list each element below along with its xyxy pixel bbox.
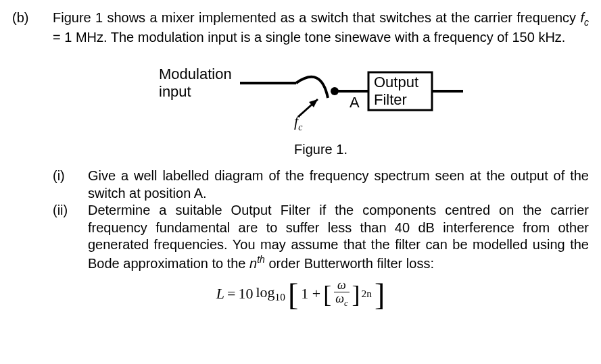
switch-arc: [296, 76, 328, 97]
sub-i-label: (i): [53, 167, 88, 185]
eq-lbracket-inner: [: [323, 286, 331, 303]
modulation-label-2: input: [159, 83, 191, 100]
eq-fraction: ω ωc: [334, 279, 349, 308]
eq-omega-c-sub: c: [344, 298, 348, 308]
node-a-label: A: [350, 94, 360, 111]
filter-label-1: Output: [374, 74, 418, 90]
sub-ii-post: order Butterworth filter loss:: [265, 256, 434, 271]
filter-label-2: Filter: [374, 91, 407, 108]
intro-text-pre: Figure 1 shows a mixer implemented as a …: [53, 10, 580, 25]
figure-svg: Modulation input fc A Output Filter: [125, 57, 477, 138]
part-label: (b): [12, 9, 53, 27]
equation: L = 10 log10 [ 1 + [ ω ωc ] 2n ]: [12, 279, 589, 308]
eq-rbracket-outer: ]: [375, 286, 385, 305]
figure-1: Modulation input fc A Output Filter: [12, 57, 589, 138]
eq-omega-c: ωc: [334, 292, 349, 308]
modulation-label-1: Modulation: [159, 66, 232, 82]
eq-omega: ω: [336, 279, 347, 292]
figure-caption: Figure 1.: [53, 141, 589, 159]
eq-log: log10: [256, 283, 285, 304]
intro-paragraph: Figure 1 shows a mixer implemented as a …: [53, 9, 589, 47]
fc-sub: c: [584, 17, 589, 28]
eq-log-text: log: [256, 284, 274, 301]
nth-sup: th: [257, 254, 265, 265]
eq-one-plus: 1 +: [301, 284, 320, 303]
nth-n: n: [249, 256, 257, 271]
eq-omega-c-sym: ω: [335, 292, 344, 305]
eq-10: 10: [238, 284, 253, 303]
eq-exp: 2n: [362, 287, 372, 301]
sub-ii-text: Determine a suitable Output Filter if th…: [88, 202, 589, 272]
sub-ii-label: (ii): [53, 202, 88, 219]
eq-log-sub: 10: [275, 292, 285, 303]
eq-equals: =: [227, 284, 235, 303]
sub-i-text: Give a well labelled diagram of the freq…: [88, 167, 589, 202]
eq-L: L: [216, 284, 224, 303]
eq-lbracket-outer: [: [288, 286, 298, 305]
intro-text-post: = 1 MHz. The modulation input is a singl…: [53, 30, 565, 45]
fc-symbol: fc: [580, 10, 589, 25]
eq-rbracket-inner: ]: [352, 286, 360, 303]
